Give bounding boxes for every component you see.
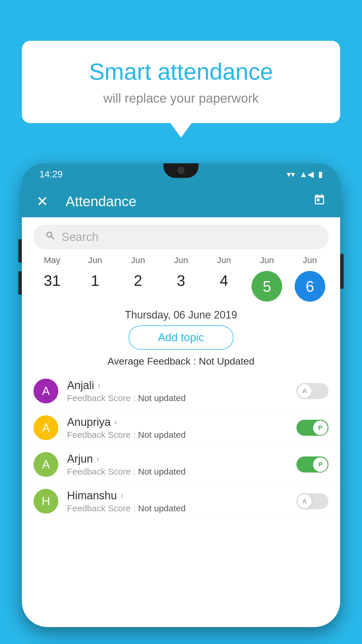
speech-bubble: Smart attendance will replace your paper…	[22, 41, 340, 123]
phone-camera	[178, 167, 184, 174]
phone-notch	[164, 163, 198, 178]
status-time: 14:29	[39, 169, 63, 180]
month-jun1: Jun	[76, 255, 114, 265]
student-list: A Anjali › Feedback Score : Not updated …	[22, 373, 340, 520]
speech-bubble-title: Smart attendance	[45, 58, 317, 85]
toggle-knob-himanshu: A	[297, 494, 312, 509]
student-feedback-himanshu: Feedback Score : Not updated	[67, 503, 296, 513]
chevron-icon: ›	[114, 417, 117, 427]
avg-feedback: Average Feedback : Not Updated	[22, 356, 340, 367]
add-topic-button[interactable]: Add topic	[129, 326, 233, 350]
student-item-anupriya[interactable]: A Anupriya › Feedback Score : Not update…	[22, 410, 340, 446]
toggle-knob-arjun: P	[313, 457, 328, 472]
student-item-himanshu[interactable]: H Himanshu › Feedback Score : Not update…	[22, 483, 340, 520]
power-button	[340, 254, 344, 289]
student-info-himanshu: Himanshu › Feedback Score : Not updated	[67, 489, 296, 513]
student-info-arjun: Arjun › Feedback Score : Not updated	[67, 453, 296, 477]
student-name-anupriya: Anupriya ›	[67, 416, 296, 428]
calendar-icon[interactable]	[313, 194, 326, 209]
date-6-selected[interactable]: 6	[291, 271, 329, 302]
month-jun2: Jun	[119, 255, 157, 265]
calendar-dates: 31 1 2 3 4 5 6	[22, 267, 340, 303]
student-feedback-anupriya: Feedback Score : Not updated	[67, 430, 296, 440]
calendar-months: May Jun Jun Jun Jun Jun Jun	[22, 255, 340, 267]
phone-frame: 14:29 ▾▾ ▲◀ ▮ ✕ Attendance	[22, 163, 340, 627]
speech-bubble-container: Smart attendance will replace your paper…	[22, 41, 340, 123]
avatar-himanshu: H	[34, 489, 58, 514]
toggle-arjun[interactable]: P	[296, 456, 328, 473]
student-feedback-anjali: Feedback Score : Not updated	[67, 393, 296, 403]
chevron-icon: ›	[96, 454, 99, 463]
student-name-anjali: Anjali ›	[67, 379, 296, 392]
wifi-icon: ▾▾	[287, 169, 295, 179]
student-feedback-arjun: Feedback Score : Not updated	[67, 467, 296, 477]
avg-feedback-label: Average Feedback :	[108, 356, 199, 367]
date-1[interactable]: 1	[76, 271, 114, 302]
search-placeholder: Search	[61, 230, 99, 244]
toggle-anupriya[interactable]: P	[296, 420, 328, 436]
status-bar: 14:29 ▾▾ ▲◀ ▮	[22, 163, 340, 185]
student-info-anjali: Anjali › Feedback Score : Not updated	[67, 379, 296, 403]
student-info-anupriya: Anupriya › Feedback Score : Not updated	[67, 416, 296, 440]
avatar-anjali: A	[34, 379, 58, 403]
search-bar[interactable]: Search	[34, 225, 328, 249]
student-name-arjun: Arjun ›	[67, 453, 296, 465]
student-name-himanshu: Himanshu ›	[67, 489, 296, 502]
date-4[interactable]: 4	[205, 271, 243, 302]
student-item-arjun[interactable]: A Arjun › Feedback Score : Not updated P	[22, 446, 340, 483]
month-jun4: Jun	[205, 255, 243, 265]
selected-date-label: Thursday, 06 June 2019	[22, 309, 340, 321]
signal-icon: ▲◀	[299, 169, 314, 179]
speech-bubble-subtitle: will replace your paperwork	[45, 91, 317, 106]
toggle-knob-anupriya: P	[313, 421, 328, 435]
month-may: May	[33, 255, 71, 265]
date-3[interactable]: 3	[162, 271, 200, 302]
toggle-knob-anjali: A	[297, 384, 312, 398]
close-button[interactable]: ✕	[36, 193, 48, 209]
toggle-anjali[interactable]: A	[296, 383, 328, 399]
search-icon	[45, 230, 56, 244]
month-jun5: Jun	[248, 255, 286, 265]
date-2[interactable]: 2	[119, 271, 157, 302]
app-header: ✕ Attendance	[22, 185, 340, 217]
app-title: Attendance	[66, 193, 313, 209]
battery-icon: ▮	[318, 169, 323, 179]
chevron-icon: ›	[98, 381, 100, 390]
avatar-arjun: A	[34, 452, 58, 477]
date-5-selected[interactable]: 5	[248, 271, 286, 302]
phone-container: 14:29 ▾▾ ▲◀ ▮ ✕ Attendance	[22, 163, 340, 638]
date-31[interactable]: 31	[33, 271, 71, 302]
month-jun3: Jun	[162, 255, 200, 265]
avg-feedback-value: Not Updated	[199, 356, 254, 367]
chevron-icon: ›	[120, 491, 123, 500]
avatar-anupriya: A	[34, 415, 58, 440]
status-icons: ▾▾ ▲◀ ▮	[287, 169, 323, 179]
app-content: Search May Jun Jun Jun Jun Jun Jun 31 1	[22, 217, 340, 627]
month-jun6: Jun	[291, 255, 329, 265]
toggle-himanshu[interactable]: A	[296, 493, 328, 509]
student-item-anjali[interactable]: A Anjali › Feedback Score : Not updated …	[22, 373, 340, 410]
volume-up-button	[18, 239, 22, 262]
volume-down-button	[18, 271, 22, 295]
